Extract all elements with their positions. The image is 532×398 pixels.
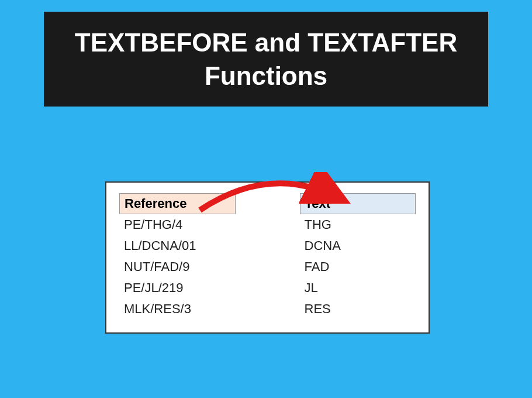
table-cell: MLK/RES/3: [119, 298, 236, 320]
data-grid: Reference Text PE/THG/4 THG LL/DCNA/01 D…: [119, 193, 416, 320]
table-cell: PE/THG/4: [119, 214, 236, 235]
table-cell: JL: [300, 277, 416, 298]
table-cell: FAD: [300, 256, 416, 277]
page-title: TEXTBEFORE and TEXTAFTER Functions: [44, 12, 488, 107]
table-cell: NUT/FAD/9: [119, 256, 236, 277]
table-cell: PE/JL/219: [119, 277, 236, 298]
table-cell: THG: [300, 214, 416, 235]
table-cell: LL/DCNA/01: [119, 235, 236, 256]
table-cell: DCNA: [300, 235, 416, 256]
table-cell: RES: [300, 298, 416, 320]
column-header-reference: Reference: [119, 193, 236, 214]
column-header-text: Text: [300, 193, 416, 214]
example-table: Reference Text PE/THG/4 THG LL/DCNA/01 D…: [105, 181, 430, 334]
